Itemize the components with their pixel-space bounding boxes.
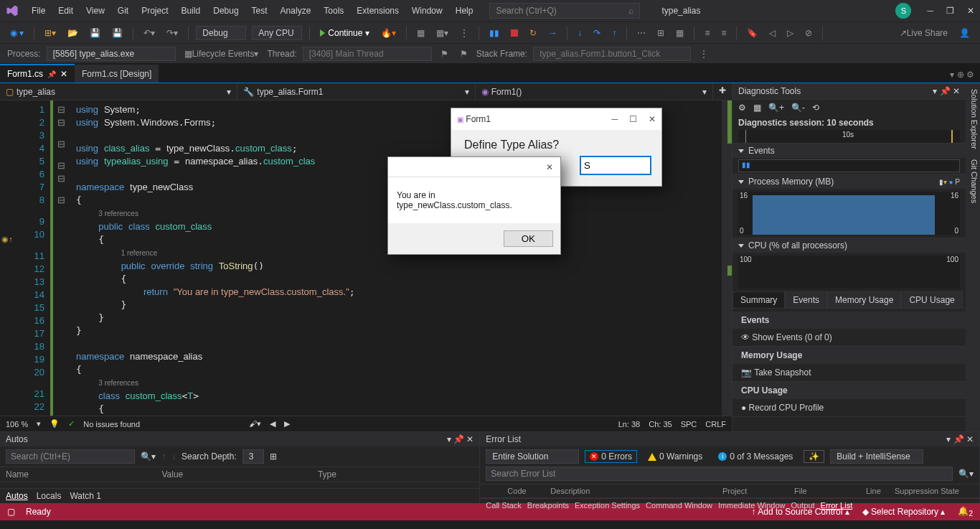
intellicode-filter[interactable]: ✨	[804, 450, 824, 463]
feedback-icon[interactable]: 👤	[956, 27, 973, 39]
fold-icon[interactable]: ⊟	[50, 159, 72, 172]
config-combo[interactable]: Debug	[196, 26, 246, 40]
errlist-source-combo[interactable]: Build + IntelliSense	[830, 449, 923, 464]
autos-search-icon[interactable]: 🔍▾	[141, 451, 156, 462]
menu-tools[interactable]: Tools	[318, 3, 349, 19]
zoom-combo[interactable]: 106 %	[6, 420, 28, 429]
autos-search-input[interactable]: Search (Ctrl+E)	[6, 449, 135, 464]
tb-icon-2[interactable]: ▦▾	[433, 27, 451, 39]
lightbulb-icon[interactable]: 💡	[50, 419, 60, 429]
fold-icon[interactable]: ⊟	[50, 172, 72, 185]
pause-icon[interactable]: ▮▮	[486, 27, 502, 39]
msgbox-ok-button[interactable]: OK	[504, 230, 553, 247]
errlist-close-icon[interactable]: ✕	[966, 434, 974, 444]
panel-dock-icon[interactable]: ▾	[933, 86, 937, 96]
new-item-icon[interactable]: ⊞▾	[42, 27, 59, 39]
nav-split-icon[interactable]: ✚	[713, 83, 732, 100]
step-over-icon[interactable]: ↷	[590, 27, 603, 39]
bottom-tab-autos[interactable]: Autos	[6, 491, 28, 501]
ln-label[interactable]: Ln: 38	[618, 420, 641, 429]
bm-prev-icon[interactable]: ◁	[766, 27, 778, 39]
diag-reset-icon[interactable]: ⟲	[812, 103, 819, 113]
form-maximize-icon[interactable]: ☐	[629, 114, 637, 124]
diag-zoomout-icon[interactable]: 🔍-	[791, 103, 805, 113]
nav-namespace-combo[interactable]: ▢type_alias▾	[0, 83, 237, 100]
memory-graph[interactable]: 16 16 0 0	[738, 192, 960, 235]
continue-button[interactable]: Continue ▾	[317, 27, 372, 39]
tab-gear-icon[interactable]: ⚙	[966, 70, 974, 80]
fold-icon[interactable]: ⊟	[50, 194, 72, 207]
tb-misc-5[interactable]: ≡	[718, 27, 729, 39]
diag-tab-summary[interactable]: Summary	[732, 291, 785, 308]
cpu-graph[interactable]: 100 100	[738, 256, 960, 289]
msgbox-close-icon[interactable]: ✕	[546, 162, 553, 172]
diag-select-icon[interactable]: ▦	[753, 103, 761, 113]
diag-tab-events[interactable]: Events	[785, 291, 827, 308]
bottom-tab-breakpoints[interactable]: Breakpoints	[527, 501, 569, 510]
avatar[interactable]: S	[895, 3, 911, 19]
nav-back-icon[interactable]: ◉ ▾	[7, 27, 27, 39]
bookmark-icon[interactable]: 🔖	[744, 27, 760, 39]
errcol-code[interactable]: Code	[507, 487, 550, 495]
diag-settings-icon[interactable]: ⚙	[738, 103, 746, 113]
breakpoint-indicator[interactable]: ◉↑	[0, 233, 14, 245]
thread-combo[interactable]: [3408] Main Thread	[303, 47, 432, 61]
errlist-search-input[interactable]: Search Error List	[486, 467, 953, 481]
menu-project[interactable]: Project	[136, 3, 174, 19]
autos-col-type[interactable]: Type	[318, 469, 473, 479]
menu-analyze[interactable]: Analyze	[275, 3, 317, 19]
menu-file[interactable]: File	[26, 3, 51, 19]
bottom-tab-watch1[interactable]: Watch 1	[70, 491, 101, 501]
diag-tab-memory[interactable]: Memory Usage	[827, 291, 901, 308]
form-minimize-icon[interactable]: ─	[611, 114, 618, 124]
next-issue-icon[interactable]: ▶	[284, 419, 290, 429]
autos-opts-icon[interactable]: ⊞	[270, 451, 277, 462]
menu-test[interactable]: Test	[246, 3, 273, 19]
errlist-dock-icon[interactable]: ▾	[946, 434, 951, 444]
menu-debug[interactable]: Debug	[207, 3, 244, 19]
menu-help[interactable]: Help	[450, 3, 479, 19]
bottom-tab-callstack[interactable]: Call Stack	[486, 501, 522, 510]
errcol-line[interactable]: Line	[866, 487, 895, 495]
diag-cpu-header[interactable]: CPU (% of all processors)	[732, 238, 966, 253]
nav-member-combo[interactable]: ◉Form1()▾	[476, 83, 713, 100]
depth-combo[interactable]: 3	[242, 449, 264, 464]
record-cpu-link[interactable]: ● Record CPU Profile	[732, 399, 966, 417]
restart-icon[interactable]: ↻	[527, 27, 540, 39]
tab-form1-design[interactable]: Form1.cs [Design]	[75, 65, 159, 83]
panel-close-icon[interactable]: ✕	[953, 86, 960, 96]
process-combo[interactable]: [5856] type_alias.exe	[47, 47, 176, 61]
tb-misc-3[interactable]: ▦	[673, 27, 687, 39]
menu-edit[interactable]: Edit	[52, 3, 79, 19]
menu-view[interactable]: View	[80, 3, 110, 19]
sidetab-solution-explorer[interactable]: Solution Explorer	[967, 89, 979, 149]
autos-nav-up-icon[interactable]: ↑	[161, 451, 166, 462]
show-events-link[interactable]: 👁 Show Events (0 of 0)	[732, 329, 966, 347]
autos-close-icon[interactable]: ✕	[466, 434, 473, 444]
panel-pin-icon[interactable]: 📌	[940, 86, 951, 96]
errlist-search-icon[interactable]: 🔍▾	[958, 469, 974, 479]
step-out-icon[interactable]: ↑	[609, 27, 619, 39]
prev-issue-icon[interactable]: ◀	[270, 419, 275, 429]
menu-git[interactable]: Git	[112, 3, 134, 19]
take-snapshot-link[interactable]: 📷 Take Snapshot	[732, 364, 966, 382]
nav-class-combo[interactable]: 🔧type_alias.Form1▾	[237, 83, 475, 100]
threads-icon[interactable]: ⚑	[457, 47, 471, 60]
errcol-supp[interactable]: Suppression State	[895, 487, 974, 495]
codelens-refs[interactable]: 1 reference	[121, 249, 158, 257]
bm-next-icon[interactable]: ▷	[784, 27, 796, 39]
pin-icon[interactable]: 📌	[47, 70, 56, 78]
diag-tab-cpu[interactable]: CPU Usage	[901, 291, 962, 308]
messages-filter[interactable]: i0 of 3 Messages	[713, 450, 798, 463]
form-text-input[interactable]	[580, 156, 651, 175]
tb-misc-2[interactable]: ⊞	[654, 27, 667, 39]
fold-icon[interactable]: ⊟	[50, 138, 72, 151]
bm-clear-icon[interactable]: ⊘	[802, 27, 815, 39]
show-next-icon[interactable]: →	[545, 27, 560, 39]
tab-close-icon[interactable]: ✕	[60, 69, 67, 79]
autos-col-value[interactable]: Value	[161, 469, 317, 479]
tab-form1-cs[interactable]: Form1.cs📌✕	[0, 64, 75, 83]
menu-build[interactable]: Build	[176, 3, 207, 19]
tab-overflow-icon[interactable]: ▾	[950, 70, 954, 80]
save-icon[interactable]: 💾	[87, 27, 103, 39]
